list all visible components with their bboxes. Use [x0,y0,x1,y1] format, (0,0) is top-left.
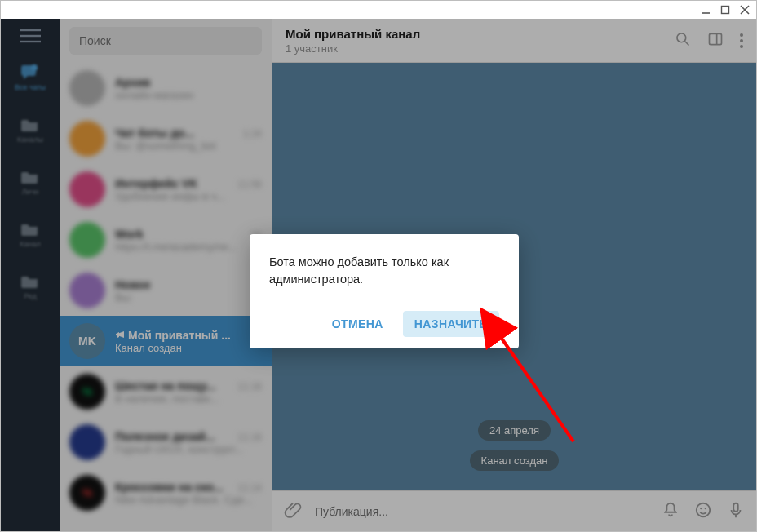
window-maximize-button[interactable] [719,3,732,16]
window-close-button[interactable] [738,3,751,16]
svg-rect-1 [722,7,729,14]
cancel-button[interactable]: ОТМЕНА [321,311,395,337]
titlebar [1,1,756,19]
confirm-dialog: Бота можно добавить только как администр… [250,234,519,348]
confirm-button[interactable]: НАЗНАЧИТЬ [403,311,499,337]
window-frame: Все чаты Каналы Личн Канал Ред [0,0,757,532]
app-root: Все чаты Каналы Личн Канал Ред [1,19,756,531]
window-minimize-button[interactable] [699,3,712,16]
dialog-message: Бота можно добавить только как администр… [269,254,499,288]
